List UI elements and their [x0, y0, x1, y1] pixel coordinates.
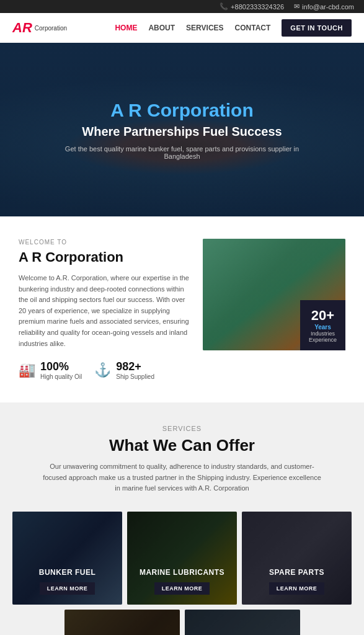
lubricants-content: MARINE LUBRICANTS LEARN MORE [140, 568, 224, 595]
stats-row: 🏭 100% High quality Oil ⚓ 982+ Ship Supp… [19, 360, 190, 380]
stat-ships-values: 982+ Ship Supplied [116, 360, 154, 380]
service-card-spare[interactable]: SPARE PARTS LEARN MORE [242, 512, 352, 605]
phone-item: 📞 +8802333324326 [220, 2, 284, 11]
service-card-lubricants[interactable]: MARINE LUBRICANTS LEARN MORE [127, 512, 237, 605]
phone-icon: 📞 [220, 2, 228, 11]
spare-title: SPARE PARTS [269, 568, 325, 577]
email-item: ✉ info@ar-cbd.com [294, 2, 354, 11]
logistics-overlay [185, 610, 300, 635]
years-number: 20+ [309, 308, 337, 324]
email-address: info@ar-cbd.com [302, 3, 354, 11]
services-label: SERVICES [12, 425, 352, 432]
services-section: SERVICES What We Can Offer Our unwaverin… [0, 402, 364, 635]
ship-icon: ⚓ [94, 362, 111, 378]
stat-ships-label: Ship Supplied [116, 373, 154, 380]
bunker-learn-more[interactable]: LEARN MORE [40, 582, 95, 595]
years-label: Years [309, 324, 337, 331]
bunker-content: BUNKER FUEL LEARN MORE [39, 568, 96, 595]
about-title: A R Corporation [19, 249, 190, 265]
hero-content: A R Corporation Where Partnerships Fuel … [64, 100, 300, 160]
supply-overlay [64, 610, 180, 635]
years-badge: 20+ Years Industries Experience [300, 300, 345, 350]
about-section: WELCOME TO A R Corporation Welcome to A.… [0, 216, 364, 402]
lubricants-learn-more[interactable]: LEARN MORE [154, 582, 210, 595]
stat-quality-values: 100% High quality Oil [40, 360, 82, 380]
get-in-touch-button[interactable]: GET IN TOUCH [282, 19, 352, 37]
oil-icon: 🏭 [19, 362, 35, 378]
hero-section: A R Corporation Where Partnerships Fuel … [0, 43, 364, 216]
hero-subtitle: Where Partnerships Fuel Success [64, 125, 300, 139]
stat-quality: 🏭 100% High quality Oil [19, 360, 82, 380]
bunker-title: BUNKER FUEL [39, 568, 96, 577]
stat-quality-label: High quality Oil [40, 373, 82, 380]
service-card-supply[interactable]: SUPPLY CHAIN LEARN MORE [64, 610, 180, 635]
about-text: WELCOME TO A R Corporation Welcome to A.… [19, 239, 190, 380]
logo-sub: Corporation [35, 25, 67, 32]
service-card-bunker[interactable]: BUNKER FUEL LEARN MORE [12, 512, 122, 605]
phone-number: +8802333324326 [231, 3, 284, 11]
services-desc: Our unwavering commitment to quality, ad… [40, 461, 325, 494]
nav-services[interactable]: SERVICES [186, 24, 223, 32]
site-header: AR Corporation HOME ABOUT SERVICES CONTA… [0, 13, 364, 43]
logo-ar: AR [12, 20, 32, 36]
lubricants-title: MARINE LUBRICANTS [140, 568, 224, 577]
spare-learn-more[interactable]: LEARN MORE [269, 582, 325, 595]
stat-quality-value: 100% [40, 360, 82, 373]
spare-content: SPARE PARTS LEARN MORE [269, 568, 325, 595]
services-title: What We Can Offer [12, 436, 352, 455]
years-sub2: Experience [309, 337, 337, 343]
services-grid-top: BUNKER FUEL LEARN MORE MARINE LUBRICANTS… [12, 512, 352, 605]
about-desc: Welcome to A.R. Corporation, where our e… [19, 273, 190, 349]
top-bar: 📞 +8802333324326 ✉ info@ar-cbd.com [0, 0, 364, 13]
nav-about[interactable]: ABOUT [148, 24, 175, 32]
years-sub1: Industries [309, 331, 337, 337]
stat-ships: ⚓ 982+ Ship Supplied [94, 360, 154, 380]
nav-home[interactable]: HOME [115, 24, 137, 32]
services-grid-bottom: SUPPLY CHAIN LEARN MORE LOGISTICS LEARN … [64, 610, 300, 635]
service-card-logistics[interactable]: LOGISTICS LEARN MORE [185, 610, 300, 635]
nav-contact[interactable]: CONTACT [235, 24, 271, 32]
hero-title: A R Corporation [64, 100, 300, 121]
email-icon: ✉ [294, 2, 300, 11]
about-welcome-label: WELCOME TO [19, 239, 190, 246]
about-image-block: 20+ Years Industries Experience [203, 239, 345, 350]
main-nav: HOME ABOUT SERVICES CONTACT GET IN TOUCH [115, 19, 352, 37]
hero-desc: Get the best quality marine bunker fuel,… [64, 145, 300, 160]
stat-ships-value: 982+ [116, 360, 154, 373]
logo: AR Corporation [12, 20, 67, 36]
